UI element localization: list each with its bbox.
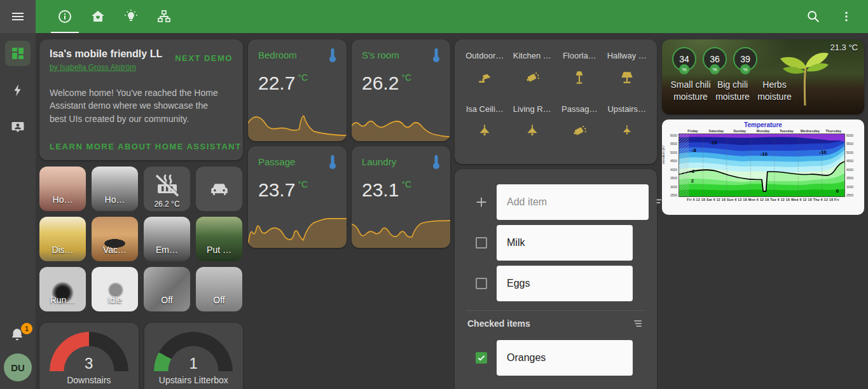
svg-text:-8: -8 (692, 147, 696, 153)
sidebar-toggle-button[interactable] (0, 0, 36, 33)
sidebar-item-developer-tools[interactable] (5, 114, 31, 140)
moisture-badges: 34% 36% 39% (672, 47, 757, 71)
light-button-floorlamp[interactable]: Floorla… (556, 51, 603, 94)
checkbox-oranges[interactable] (476, 352, 487, 364)
badge-herbs[interactable]: 39% (733, 47, 757, 71)
light-button-hallway[interactable]: Hallway … (603, 51, 651, 94)
tile-vacuum[interactable]: Vac… (92, 217, 138, 261)
tab-home[interactable] (81, 0, 114, 33)
information-icon (57, 9, 72, 24)
checkbox-milk[interactable] (476, 237, 487, 249)
gauge-downstairs[interactable]: 3 Downstairs (39, 323, 139, 389)
lights-card: Outdoor… Kitchen … Floorla… Hallway … Is… (455, 39, 657, 164)
meteogram-ylabel: elevation (m) (661, 146, 665, 164)
sensor-card-laundry[interactable]: Laundry 23.1°C (352, 146, 450, 248)
item-text-oranges[interactable]: Oranges (497, 340, 633, 376)
tile-person-2[interactable]: Ho… (92, 167, 138, 211)
learn-more-button[interactable]: LEARN MORE ABOUT HOME ASSISTANT (50, 142, 242, 151)
welcome-text: Welcome home! You've reached the Home As… (50, 86, 225, 125)
user-avatar[interactable]: DU (4, 353, 32, 381)
temperature-sparkline (352, 106, 450, 141)
tile-scene-1[interactable]: Off (144, 267, 190, 311)
dashboard-icon (11, 46, 25, 60)
clear-checked-icon[interactable] (631, 317, 644, 330)
light-button-passage[interactable]: Passag… (556, 104, 603, 147)
account-box-icon (10, 119, 25, 135)
search-button[interactable] (806, 9, 821, 24)
sidebar-item-energy[interactable] (5, 78, 31, 103)
percent-icon: % (710, 64, 720, 74)
temperature-sparkline (248, 106, 347, 141)
meteogram-day-labels: FridaySaturdaySundayMondayTuesdayWednesd… (681, 129, 845, 133)
plant-status-card[interactable]: 21.3 °C 34% 36% 39% Small chilimoisture … (662, 39, 864, 114)
add-item-button[interactable] (466, 195, 497, 209)
tile-scene-2[interactable]: Off (196, 267, 242, 311)
meteogram-xticks: Fri 6 12 18 Sat 6 12 18 Sun 6 12 18 Mon … (679, 198, 848, 201)
ceiling-light-icon (524, 123, 541, 139)
light-button-isa-ceiling[interactable]: Isa Ceili… (461, 104, 509, 147)
tile-front-door[interactable]: Dis… (39, 217, 86, 261)
tile-car[interactable] (196, 167, 242, 211)
meteogram-yticks-left: 60005500500045004000350030002500 (665, 133, 679, 197)
sensor-card-bedroom[interactable]: Bedroom 22.7°C (248, 39, 347, 141)
tile-dryer[interactable]: Idle (92, 267, 138, 311)
light-button-upstairs[interactable]: Upstairs… (603, 104, 651, 147)
search-icon (806, 10, 820, 24)
tile-radiator[interactable]: 26.2 °C (144, 167, 190, 211)
lightning-bolt-icon (11, 83, 25, 97)
plant-temperature: 21.3 °C (830, 43, 858, 52)
svg-text:-10: -10 (761, 151, 768, 157)
add-item-input[interactable] (497, 184, 649, 220)
tab-lights[interactable] (114, 0, 148, 33)
svg-text:-2: -2 (691, 169, 695, 175)
app-window: 1 DU Isa's mobile friendly LL by Isabell… (0, 0, 868, 389)
tile-person-1[interactable]: Ho… (39, 167, 86, 211)
home-heart-icon (90, 9, 106, 24)
track-light-icon (571, 123, 588, 139)
percent-icon: % (740, 64, 750, 74)
item-text-eggs[interactable]: Eggs (497, 266, 633, 301)
ceiling-light-icon (619, 123, 635, 138)
tab-sitemap[interactable] (148, 0, 181, 33)
wall-sconce-icon (476, 69, 493, 86)
list-item-row: Milk (466, 225, 645, 261)
sensor-card-passage[interactable]: Passage 23.7°C (248, 146, 347, 248)
intro-card: Isa's mobile friendly LL by Isabella Gro… (39, 39, 243, 160)
badge-big-chili[interactable]: 36% (703, 47, 727, 71)
checkbox-eggs[interactable] (476, 278, 487, 289)
sensor-card-s-room[interactable]: S's room 26.2°C (352, 39, 450, 141)
light-button-outdoor[interactable]: Outdoor… (461, 51, 509, 94)
overflow-menu-button[interactable] (839, 9, 854, 24)
meteogram-card[interactable]: elevation (m) Temperature FridaySaturday… (662, 119, 864, 215)
track-light-icon (524, 69, 541, 86)
svg-text:-14: -14 (710, 140, 717, 146)
table-lamp-icon (619, 69, 635, 86)
tile-washer[interactable]: Run… (39, 267, 86, 311)
next-demo-button[interactable]: NEXT DEMO (175, 53, 233, 63)
ceiling-light-icon (476, 123, 493, 139)
notifications-button[interactable]: 1 (9, 327, 27, 345)
author-link[interactable]: by Isabella Gross Alström (50, 63, 136, 72)
tile-bins[interactable]: Put … (196, 217, 242, 261)
tab-overview[interactable] (48, 0, 81, 33)
gauge-row: 3 Downstairs 1 Upstairs Litterbox (39, 323, 243, 389)
view-tabs (48, 0, 181, 33)
tile-mailbox[interactable]: Em… (144, 217, 190, 261)
sidebar-item-dashboard[interactable] (5, 41, 31, 66)
light-button-living-room[interactable]: Living R… (509, 104, 556, 147)
checked-item-row: Oranges (466, 340, 645, 376)
thermometer-icon (327, 154, 338, 170)
car-icon (196, 167, 242, 211)
temperature-sparkline (248, 213, 347, 248)
svg-text:2: 2 (691, 178, 694, 184)
badge-small-chili[interactable]: 34% (672, 47, 696, 71)
shopping-list-card: Milk Eggs Checked items (455, 169, 657, 389)
thermometer-icon (431, 47, 441, 64)
light-button-kitchen[interactable]: Kitchen … (509, 51, 556, 94)
app-header (0, 0, 868, 33)
gauge-upstairs-litterbox[interactable]: 1 Upstairs Litterbox (144, 323, 244, 389)
item-text-milk[interactable]: Milk (497, 225, 633, 261)
meteogram-plot: -14 -10 -8 -2 2 -10 0 (679, 133, 845, 197)
floor-lamp-icon (571, 69, 588, 86)
check-icon (477, 353, 486, 362)
